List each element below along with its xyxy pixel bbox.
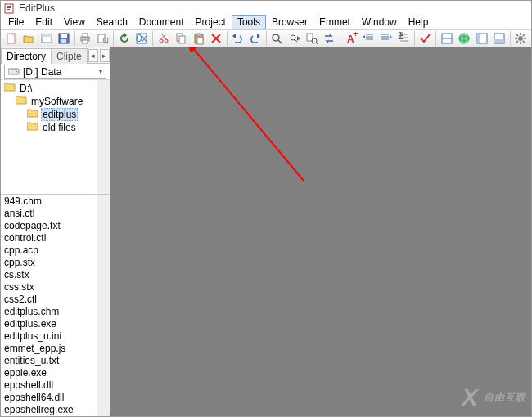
svg-text:0x: 0x [137, 33, 147, 44]
paste-icon[interactable] [190, 30, 207, 47]
undo-icon[interactable] [229, 30, 246, 47]
file-item[interactable]: 949.chm [1, 195, 110, 207]
svg-rect-25 [196, 34, 201, 36]
file-item[interactable]: ansi.ctl [1, 207, 110, 219]
file-item[interactable]: cpp.stx [1, 256, 110, 268]
file-item[interactable]: entities_u.txt [1, 354, 110, 366]
tree-item[interactable]: old files [1, 121, 110, 134]
replace-icon[interactable] [321, 30, 338, 47]
tree-item[interactable]: editplus [1, 108, 110, 121]
toolbar-separator [113, 31, 114, 46]
menu-emmet[interactable]: Emmet [313, 15, 356, 29]
file-item[interactable]: editplus.chm [1, 305, 110, 317]
find-next-icon[interactable] [286, 30, 303, 47]
file-item[interactable]: codepage.txt [1, 219, 110, 231]
indent-right-icon[interactable] [377, 30, 394, 47]
save-icon[interactable] [55, 30, 72, 47]
copy-icon[interactable] [173, 30, 190, 47]
tree-item[interactable]: D:\ [1, 82, 110, 95]
file-list[interactable]: 949.chmansi.ctlcodepage.txtcontrol.ctlcp… [1, 195, 110, 416]
new-browser-icon[interactable] [38, 30, 55, 47]
open-icon[interactable] [20, 30, 37, 47]
menu-view[interactable]: View [58, 15, 91, 29]
tab-scroll-right[interactable]: ▸ [100, 49, 110, 62]
menu-edit[interactable]: Edit [29, 15, 58, 29]
indent-left-icon[interactable] [360, 30, 377, 47]
sidebar-icon[interactable] [473, 30, 490, 47]
file-item[interactable]: css2.ctl [1, 293, 110, 305]
svg-line-65 [516, 41, 518, 43]
svg-rect-67 [8, 69, 19, 74]
drive-combo[interactable]: [D:] Data ▾ [4, 65, 106, 79]
hex-icon[interactable]: 0x [133, 30, 151, 47]
svg-rect-8 [61, 34, 67, 38]
menu-window[interactable]: Window [356, 15, 403, 29]
toolbar-separator [414, 31, 415, 46]
menu-tools[interactable]: Tools [232, 15, 266, 29]
browser-icon[interactable] [456, 30, 473, 47]
app-icon [4, 2, 16, 14]
find-icon[interactable] [268, 30, 286, 47]
find-files-icon[interactable] [303, 30, 320, 47]
redo-icon[interactable] [246, 30, 264, 47]
file-item[interactable]: editplus_u.ini [1, 330, 110, 342]
tab-cliptext[interactable]: Clipte [51, 48, 88, 64]
svg-point-29 [273, 34, 279, 41]
menu-search[interactable]: Search [91, 15, 133, 29]
svg-rect-23 [179, 36, 185, 43]
file-item[interactable]: eppshell.dll [1, 379, 110, 391]
svg-point-58 [518, 36, 523, 41]
file-item[interactable]: css.stx [1, 280, 110, 293]
file-item[interactable]: emmet_epp.js [1, 342, 110, 354]
svg-rect-6 [42, 34, 52, 37]
delete-icon[interactable] [207, 30, 224, 47]
svg-rect-55 [477, 34, 480, 43]
menu-document[interactable]: Document [133, 15, 190, 29]
tree-item-label: D:\ [18, 83, 34, 94]
font-bigger-icon[interactable]: A+ [342, 30, 359, 47]
file-item[interactable]: eppshellreg.exe [1, 403, 110, 415]
tree-item-label: editplus [41, 108, 78, 121]
toolbar-separator [227, 31, 228, 46]
settings-icon[interactable] [512, 30, 530, 47]
print-icon[interactable] [77, 30, 94, 47]
file-item[interactable]: eppshellreg32.exe [1, 415, 110, 416]
menu-project[interactable]: Project [190, 15, 232, 29]
folder-tree[interactable]: D:\mySoftwareeditplusold files [1, 80, 110, 195]
file-item[interactable]: editplus.exe [1, 317, 110, 330]
check-icon[interactable] [417, 30, 434, 47]
svg-point-18 [160, 39, 163, 43]
menu-browser[interactable]: Browser [266, 15, 313, 29]
menu-file[interactable]: File [2, 15, 29, 29]
menu-help[interactable]: Help [403, 15, 435, 29]
reload-icon[interactable] [115, 30, 133, 47]
tab-directory[interactable]: Directory [1, 48, 52, 64]
file-item[interactable]: eppshell64.dll [1, 391, 110, 403]
window-split-icon[interactable] [438, 30, 455, 47]
output-icon[interactable] [490, 30, 507, 47]
toolbar-separator [74, 31, 75, 46]
tab-scroll-left[interactable]: ◂ [88, 49, 98, 62]
app-title: EditPlus [19, 2, 55, 14]
svg-line-64 [523, 41, 525, 43]
tree-item[interactable]: mySoftware [1, 95, 110, 108]
menu-bar: FileEditViewSearchDocumentProjectToolsBr… [1, 15, 531, 30]
toolbar-separator [510, 31, 511, 46]
file-item[interactable]: control.ctl [1, 231, 110, 244]
file-item[interactable]: cpp.acp [1, 244, 110, 256]
toolbar-separator [435, 31, 436, 46]
print-preview-icon[interactable] [94, 30, 111, 47]
file-list-scrollbar[interactable] [97, 195, 110, 416]
svg-line-32 [295, 39, 297, 42]
file-item[interactable]: eppie.exe [1, 366, 110, 379]
line-number-icon[interactable]: 12 [394, 30, 412, 47]
svg-line-66 [523, 34, 525, 36]
drive-selector[interactable]: [D:] Data ▾ [1, 64, 110, 80]
cut-icon[interactable] [155, 30, 172, 47]
toolbar-separator [266, 31, 267, 46]
drive-icon [8, 66, 20, 78]
tree-scrollbar[interactable] [97, 80, 110, 194]
file-item[interactable]: cs.stx [1, 268, 110, 280]
new-icon[interactable] [2, 30, 20, 47]
drive-label-text: [D:] Data [23, 66, 61, 78]
